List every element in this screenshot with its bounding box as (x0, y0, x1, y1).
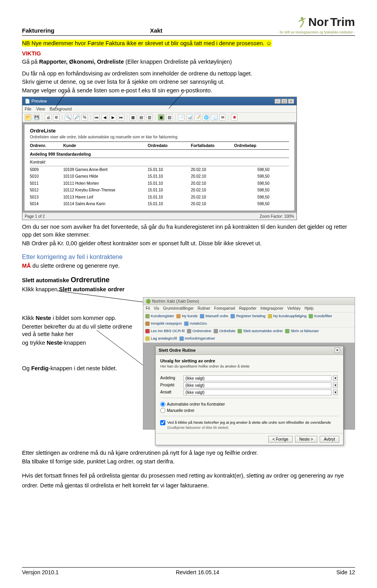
first-page-icon[interactable]: ⏮ (93, 114, 100, 121)
zoom-100-icon[interactable]: % (81, 114, 88, 121)
logo-tagline: - for drift av treningssentere og fysika… (278, 30, 355, 35)
p3a: Klikk knappen (22, 286, 59, 292)
export-xls-icon[interactable]: 📊 (186, 114, 193, 121)
logo-text-1: Nor (308, 14, 329, 30)
dialog-close-button[interactable]: × (335, 347, 340, 353)
window-title: 📄 Preview (25, 98, 47, 104)
xakt-window: 🟢 Nortrim Xakt (Xakt Demo) FilVisGrunnin… (143, 297, 355, 430)
mail-icon[interactable]: ✉ (219, 114, 226, 121)
table-row: 500910109 Garnes Anne-Berit15.01.1020.02… (30, 166, 289, 173)
print-setup-icon[interactable]: ⚙ (53, 114, 60, 121)
label-ansatt: Ansatt (160, 390, 182, 395)
ma-rest: du slette ordrene og generere nye. (31, 263, 120, 269)
page-status: Page 1 of 2 (25, 214, 45, 219)
zoom-status: Zoom Factor: 100% (260, 214, 294, 219)
subsection-header: Kontrakt (30, 158, 289, 166)
page-footer: Versjon 2010.1 Revidert 16.05.14 Side 12 (22, 567, 355, 576)
doc-title-left: Fakturering (22, 27, 55, 35)
next-page-icon[interactable]: ▶ (110, 114, 116, 121)
input-prosjekt[interactable] (183, 382, 331, 388)
toolbar-1[interactable]: Kunderegister Ny kunde Manuell ordre Reg… (143, 312, 355, 328)
multi-page-icon[interactable]: ▤ (138, 114, 145, 121)
back-button[interactable]: < Forrige (268, 436, 293, 443)
tail-p1: Etter slettingen av ordrene må du nå kjø… (22, 449, 355, 457)
label-avdeling: Avdeling (160, 375, 182, 381)
radio-manual[interactable] (160, 408, 165, 413)
heading-correction: Etter korrigering av feil i kontraktene (22, 253, 355, 261)
prev-page-icon[interactable]: ◀ (101, 114, 108, 121)
intro-line3: Skriv gjerne ut denne, og se over lista … (22, 78, 355, 86)
tail-p3: Hvis det fortsatt finnes feil på ordreli… (22, 471, 355, 490)
dialog-heading: Utvalg for sletting av ordre (160, 358, 339, 364)
table-row: 501210112 Kreybu Ellinor-Therese15.01.10… (30, 187, 289, 194)
watermark-icon[interactable]: ▨ (166, 114, 173, 121)
zoom-out-icon[interactable]: 🔎 (73, 114, 80, 121)
menu-view[interactable]: View (36, 106, 45, 112)
footer-revised: Revidert 16.05.14 (176, 569, 220, 576)
intro-1b: Rapporter, Økonomi, Ordreliste (39, 59, 124, 65)
footer-version: Versjon 2010.1 (22, 569, 59, 576)
dropdown-icon[interactable]: ▾ (333, 390, 338, 395)
menu-bar[interactable]: File View Background (22, 105, 296, 113)
close-button[interactable]: × (288, 99, 294, 104)
open-icon[interactable]: 📂 (25, 114, 31, 121)
toolbar-2[interactable]: Les inn BBS OCR-fil Ordrerutine Ordrelis… (143, 327, 355, 343)
logo-text-2: Trim (330, 14, 355, 30)
table-row: 501110111 Holen Morten15.01.1020.02.1059… (30, 180, 289, 187)
p3b: Slett automatiske ordrer (59, 286, 124, 292)
export-txt-icon[interactable]: 📃 (211, 114, 218, 121)
intro-line4: Mange velger også å sende listen som e-p… (22, 87, 355, 95)
report-title: OrdreListe (30, 127, 289, 134)
table-row: 501410114 Salmi Anna Karin15.01.1020.02.… (30, 200, 289, 208)
app-menu[interactable]: FilVisGrunninnstillingerRutinerForespørs… (143, 305, 355, 312)
ma-label: MÅ (22, 263, 31, 269)
last-page-icon[interactable]: ⏭ (118, 114, 124, 121)
zoom-icon[interactable]: 🔍 (65, 114, 71, 121)
single-page-icon[interactable]: ▦ (130, 114, 136, 121)
confirm-text: Ved å klikke på Neste bekrefter jeg at j… (167, 420, 331, 425)
intro-1c: (Eller knappen Ordreliste på verktøylinj… (126, 59, 232, 65)
h3a: Slett automatiske (22, 277, 71, 283)
export-rtf-icon[interactable]: 📝 (194, 114, 201, 121)
continuous-icon[interactable]: ▥ (146, 114, 153, 121)
delete-order-dialog: Slett Ordre Rutine × Utvalg for sletting… (155, 346, 344, 445)
dialog-subtext: Her kan du spesifisere hvilke ordrer du … (160, 364, 339, 369)
label-prosjekt: Prosjekt (160, 382, 182, 388)
window-title-2: 🟢 Nortrim Xakt (Xakt Demo) (143, 298, 355, 305)
page-header: Fakturering Xakt NorTrim - for drift av … (22, 14, 355, 36)
print-icon[interactable]: 🖨 (45, 114, 51, 121)
save-icon[interactable]: 💾 (33, 114, 40, 121)
footer-page: Side 12 (337, 569, 355, 576)
report-subtitle: Ordrelisten viser alle ordre, både autom… (30, 134, 289, 140)
table-row: 501310113 Havre Leif15.01.1020.02.10598,… (30, 194, 289, 201)
menu-file[interactable]: File (25, 106, 31, 112)
viktig-label: VIKTIG (22, 50, 41, 57)
toolbar: 📂 💾 🖨 ⚙ 🔍 🔎 % ⏮ ◀ ▶ ⏭ ▦ ▤ ▥ ▣ (22, 113, 296, 122)
radio-auto[interactable] (160, 402, 165, 407)
input-ansatt[interactable] (183, 390, 331, 395)
menu-background[interactable]: Background (50, 106, 72, 112)
dropdown-icon[interactable]: ▾ (333, 375, 338, 381)
color-icon[interactable]: ▣ (158, 114, 165, 121)
minimize-button[interactable]: – (275, 99, 281, 104)
section-header: Avdeling 999 Standardavdeling (30, 150, 289, 158)
mid-p2: NB Ordrer på Kr. 0,00 gjelder oftest kon… (22, 240, 355, 248)
tail-p2: Bla tilbake til forrige side, punktet La… (22, 458, 355, 466)
export-pdf-icon[interactable]: 📄 (178, 114, 185, 121)
confirm-checkbox[interactable] (160, 420, 165, 425)
exit-icon[interactable]: ✖ (231, 114, 238, 121)
confirm-note: (Godkjente fakturerer vil ikke bli slett… (167, 425, 339, 430)
logo: NorTrim - for drift av treningssentere o… (278, 14, 355, 35)
runner-icon (296, 16, 307, 28)
maximize-button[interactable]: ▢ (281, 99, 287, 104)
cancel-button[interactable]: Avbryt (320, 436, 339, 443)
dialog-title: Slett Ordre Rutine (159, 347, 196, 353)
next-button[interactable]: Neste > (295, 436, 317, 443)
doc-title-mid: Xakt (150, 27, 163, 35)
dropdown-icon[interactable]: ▾ (333, 382, 338, 388)
intro-1a: Gå på (22, 59, 39, 65)
h3b: Ordrerutine (71, 276, 110, 284)
export-html-icon[interactable]: 🌐 (203, 114, 209, 121)
intro-line2: Du får nå opp en forhåndsvising av ordre… (22, 70, 355, 78)
input-avdeling[interactable] (183, 375, 331, 381)
